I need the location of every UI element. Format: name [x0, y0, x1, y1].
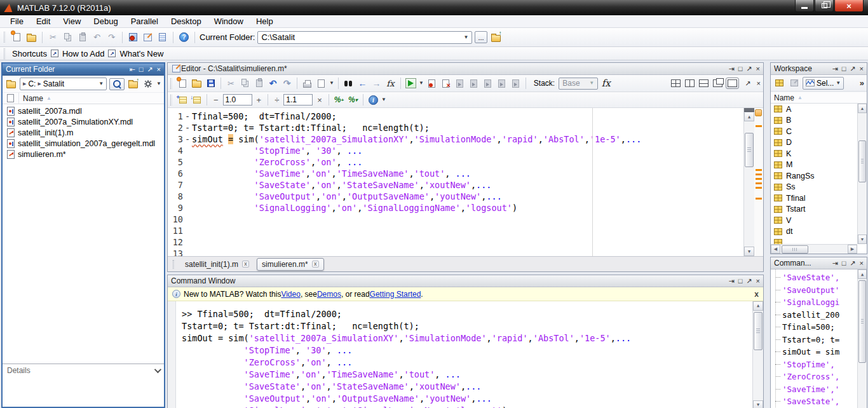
close-banner-icon[interactable]: x — [754, 290, 759, 299]
actions-button[interactable] — [142, 78, 154, 90]
variable-row[interactable]: A — [771, 104, 867, 115]
close-icon[interactable]: × — [860, 65, 864, 72]
scroll-down-icon[interactable]: ▼ — [858, 235, 867, 244]
menu-item-window[interactable]: Window — [208, 16, 250, 27]
set-clear-breakpoint-button[interactable] — [426, 78, 438, 90]
history-item[interactable]: 'SaveOutput' — [771, 284, 867, 297]
guide-button[interactable] — [142, 31, 154, 43]
menu-item-edit[interactable]: Edit — [30, 16, 57, 27]
file-type-column[interactable] — [3, 93, 19, 104]
step-in-button[interactable] — [468, 78, 480, 90]
run-button[interactable] — [405, 78, 417, 90]
redo-button[interactable]: ↷ — [281, 78, 293, 90]
current-folder-combobox[interactable]: C:\Satalit ▼ — [257, 31, 472, 44]
file-row[interactable]: satellit_2007a_SimulationXY.mdl — [3, 116, 164, 127]
toolbar-grip[interactable] — [170, 95, 172, 105]
print-preview-button[interactable] — [315, 78, 327, 90]
multiply-button[interactable]: × — [315, 95, 325, 105]
step-out-button[interactable] — [482, 78, 494, 90]
tab-simulieren[interactable]: simulieren.m* x — [257, 258, 324, 271]
percent-arrow-button[interactable]: %▾ — [347, 94, 359, 106]
close-button[interactable]: × — [834, 0, 864, 12]
insert-cell-button[interactable] — [177, 94, 189, 106]
percent-plus-button[interactable]: %+ — [333, 94, 345, 106]
breadcrumb-folder[interactable]: Satalit — [43, 79, 64, 88]
cut-button[interactable]: ✂ — [225, 78, 237, 90]
history-item[interactable]: 'SignalLoggi — [771, 296, 867, 309]
close-tab-icon[interactable]: x — [242, 261, 249, 268]
history-item[interactable]: Tfinal=500; — [771, 321, 867, 334]
getting-started-link[interactable]: Getting Started — [370, 290, 421, 299]
dock-icon[interactable]: ⇥ — [728, 278, 734, 285]
file-row[interactable]: satellit_init(1).m — [3, 127, 164, 138]
undo-button[interactable]: ↶ — [267, 78, 279, 90]
history-item[interactable]: 'SaveState', — [771, 395, 867, 408]
command-window-scrollbar[interactable]: ▲ ▼ — [752, 301, 763, 408]
plot-selector-combobox[interactable]: Sel... ▼ — [803, 77, 844, 90]
copy-button[interactable] — [62, 31, 74, 43]
dock-icon[interactable]: ⇥ — [728, 65, 734, 72]
chevron-down-icon[interactable]: ▼ — [156, 81, 161, 86]
open-file-button[interactable] — [191, 78, 203, 90]
next-cell-button[interactable] — [191, 94, 203, 106]
workspace-hscrollbar[interactable]: ◀ ▶ — [771, 244, 857, 254]
print-button[interactable] — [301, 78, 313, 90]
tile-vertical-button[interactable] — [684, 78, 696, 90]
browse-folder-button[interactable]: ... — [475, 31, 487, 43]
mlint-warning-tick[interactable] — [756, 182, 762, 184]
chevron-down-icon[interactable] — [154, 366, 161, 373]
mlint-warning-tick[interactable] — [756, 198, 762, 200]
history-item[interactable]: 'StopTime', — [771, 358, 867, 371]
close-icon[interactable]: × — [756, 65, 760, 72]
increment-value-field[interactable] — [223, 94, 252, 105]
go-back-button[interactable]: ← — [356, 78, 369, 90]
open-selection-button[interactable] — [788, 77, 800, 89]
scroll-up-icon[interactable]: ▲ — [858, 269, 867, 279]
name-column-header[interactable]: Name — [23, 94, 43, 103]
new-file-button[interactable] — [11, 31, 23, 43]
history-scrollbar[interactable]: ▲ — [857, 269, 867, 408]
find-functions-button[interactable]: fx — [384, 78, 397, 90]
tile-horizontal-button[interactable] — [698, 78, 710, 90]
close-tab-icon[interactable]: x — [312, 261, 319, 268]
tile-single-button[interactable] — [726, 78, 739, 89]
workspace-vscrollbar[interactable]: ▲ ▼ — [857, 104, 867, 244]
mlint-status-icon[interactable] — [755, 109, 762, 116]
menu-item-parallel[interactable]: Parallel — [125, 16, 165, 27]
maximize-icon[interactable]: □ — [738, 278, 743, 285]
variable-row[interactable]: C — [771, 126, 867, 137]
scroll-up-icon[interactable]: ▲ — [858, 104, 867, 113]
close-icon[interactable]: × — [757, 80, 761, 87]
scrollbar-thumb[interactable] — [858, 140, 866, 182]
paste-button[interactable] — [253, 78, 265, 90]
insert-function-button[interactable]: fx — [600, 78, 612, 90]
search-button[interactable] — [109, 78, 125, 90]
undock-icon[interactable]: ↗ — [850, 260, 855, 267]
redo-button[interactable]: ↷ — [105, 31, 118, 43]
variable-row[interactable]: dt — [771, 226, 867, 238]
chevron-down-icon[interactable]: ▼ — [464, 35, 469, 40]
variable-row[interactable]: M — [771, 160, 867, 171]
undock-icon[interactable]: ↗ — [147, 66, 153, 73]
chevron-down-icon[interactable]: ▼ — [381, 97, 386, 102]
maximize-icon[interactable]: □ — [139, 66, 144, 73]
increment-button[interactable]: + — [254, 95, 264, 105]
tile-cascade-button[interactable] — [712, 78, 724, 90]
tile-grid-button[interactable] — [670, 78, 682, 90]
toolbar-grip[interactable] — [173, 260, 175, 269]
copy-button[interactable] — [239, 78, 251, 90]
video-link[interactable]: Video — [281, 290, 300, 299]
menu-item-desktop[interactable]: Desktop — [165, 16, 208, 27]
menu-item-file[interactable]: File — [4, 16, 30, 27]
scroll-up-icon[interactable]: ▲ — [753, 301, 763, 311]
menu-item-debug[interactable]: Debug — [87, 16, 124, 27]
variable-row[interactable]: Tfinal — [771, 193, 867, 204]
file-row[interactable]: satellit_simulation_2007a_geregelt.mdl — [3, 138, 164, 149]
restore-button[interactable] — [815, 0, 834, 12]
new-variable-button[interactable] — [773, 77, 785, 89]
step-button[interactable] — [454, 78, 466, 90]
undock-icon[interactable]: ↗ — [746, 278, 752, 285]
how-to-add-link[interactable]: How to Add — [62, 49, 105, 58]
profiler-button[interactable] — [156, 31, 168, 43]
breadcrumb[interactable]: ▶ C: ▶ Satalit ▼ — [20, 78, 107, 90]
